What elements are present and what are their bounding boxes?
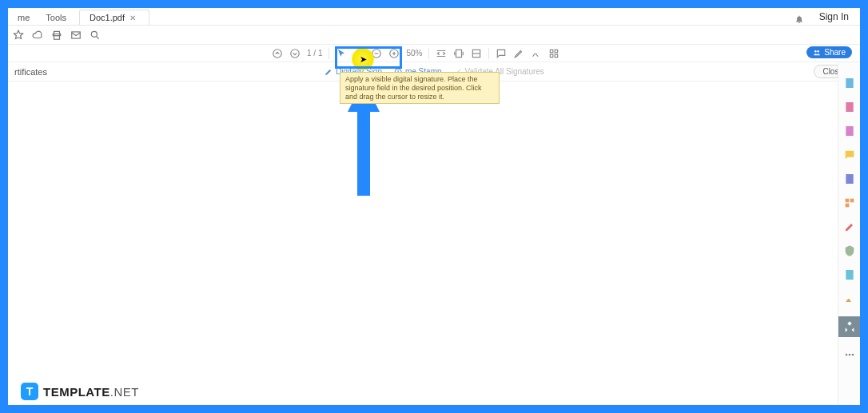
svg-point-14 bbox=[818, 50, 819, 53]
svg-rect-17 bbox=[846, 102, 853, 112]
zoom-level[interactable]: 50% bbox=[406, 49, 422, 58]
svg-point-24 bbox=[845, 354, 847, 356]
create-pdf-icon[interactable] bbox=[843, 101, 856, 113]
sign-icon[interactable] bbox=[531, 48, 542, 59]
star-icon[interactable] bbox=[13, 30, 24, 41]
people-icon bbox=[813, 49, 821, 57]
svg-point-2 bbox=[91, 31, 97, 37]
svg-rect-12 bbox=[555, 54, 559, 58]
share-label: Share bbox=[824, 48, 846, 57]
certificates-label: rtificates bbox=[14, 67, 47, 77]
organize-icon[interactable] bbox=[843, 197, 856, 209]
tab-tools[interactable]: Tools bbox=[38, 10, 74, 25]
toolbar-separator bbox=[488, 48, 489, 59]
cloud-icon[interactable] bbox=[32, 30, 43, 41]
watermark-brand: TEMPLATE bbox=[43, 385, 110, 399]
svg-rect-20 bbox=[845, 199, 849, 203]
bell-icon[interactable] bbox=[794, 13, 804, 22]
combine-icon[interactable] bbox=[843, 173, 856, 185]
svg-rect-10 bbox=[555, 50, 559, 53]
watermark-badge: T bbox=[21, 383, 38, 400]
svg-rect-23 bbox=[846, 270, 853, 280]
right-tools-rail bbox=[838, 62, 860, 405]
export-pdf-icon[interactable] bbox=[843, 77, 856, 89]
watermark-domain: .NET bbox=[110, 385, 139, 399]
print-icon[interactable] bbox=[51, 30, 62, 41]
svg-point-4 bbox=[291, 49, 300, 58]
certificates-tool-active[interactable] bbox=[838, 316, 861, 337]
fill-sign-icon[interactable] bbox=[843, 292, 856, 305]
quick-toolbar bbox=[8, 26, 860, 45]
highlight-icon[interactable] bbox=[513, 48, 524, 59]
tab-home[interactable]: me bbox=[10, 10, 38, 25]
svg-rect-21 bbox=[850, 199, 854, 203]
tooltip: Apply a visible digital signature. Place… bbox=[340, 72, 500, 104]
svg-rect-16 bbox=[846, 78, 853, 88]
sign-in-link[interactable]: Sign In bbox=[819, 11, 849, 22]
close-tab-icon[interactable]: ✕ bbox=[129, 14, 136, 22]
redact-icon[interactable] bbox=[843, 220, 856, 233]
svg-rect-9 bbox=[551, 50, 554, 53]
svg-point-25 bbox=[848, 354, 850, 356]
tab-document-label: Doc1.pdf bbox=[90, 13, 125, 22]
svg-point-13 bbox=[814, 50, 817, 53]
main-toolbar: 1 / 1 50% Share bbox=[8, 45, 860, 62]
app-tabs: me Tools Doc1.pdf ✕ bbox=[8, 8, 860, 26]
mail-icon[interactable] bbox=[70, 30, 82, 41]
svg-rect-7 bbox=[456, 50, 462, 57]
toolbar-separator bbox=[428, 48, 429, 59]
protect-icon[interactable] bbox=[843, 244, 856, 257]
comment-tool-icon[interactable] bbox=[843, 149, 856, 161]
svg-point-3 bbox=[273, 49, 282, 58]
comment-icon[interactable] bbox=[496, 48, 507, 59]
svg-rect-19 bbox=[846, 174, 853, 184]
nav-up-icon[interactable] bbox=[272, 48, 283, 59]
toolbar-separator bbox=[328, 48, 329, 59]
compress-icon[interactable] bbox=[843, 268, 856, 281]
watermark: T TEMPLATE.NET bbox=[21, 383, 139, 400]
search-icon[interactable] bbox=[90, 30, 101, 41]
svg-rect-0 bbox=[54, 35, 60, 39]
cursor-icon: ➤ bbox=[360, 54, 367, 65]
watermark-text: TEMPLATE.NET bbox=[43, 385, 139, 399]
document-canvas[interactable] bbox=[8, 81, 836, 405]
page-indicator: 1 / 1 bbox=[307, 49, 322, 58]
svg-rect-11 bbox=[551, 54, 554, 58]
edit-pdf-icon[interactable] bbox=[843, 125, 856, 137]
select-tool-icon[interactable] bbox=[336, 48, 347, 59]
pen-icon bbox=[324, 67, 333, 77]
more-rail-icon[interactable] bbox=[843, 348, 856, 361]
more-tools-icon[interactable] bbox=[548, 48, 559, 59]
fit-width-icon[interactable] bbox=[436, 48, 447, 59]
zoom-in-icon[interactable] bbox=[388, 48, 400, 59]
share-button[interactable]: Share bbox=[806, 46, 852, 58]
svg-rect-22 bbox=[845, 204, 849, 208]
svg-point-26 bbox=[851, 354, 854, 356]
nav-down-icon[interactable] bbox=[289, 48, 301, 59]
svg-rect-18 bbox=[846, 126, 853, 136]
tab-document[interactable]: Doc1.pdf ✕ bbox=[79, 10, 149, 25]
fit-page-icon[interactable] bbox=[453, 48, 464, 59]
view-mode-icon[interactable] bbox=[471, 48, 482, 59]
